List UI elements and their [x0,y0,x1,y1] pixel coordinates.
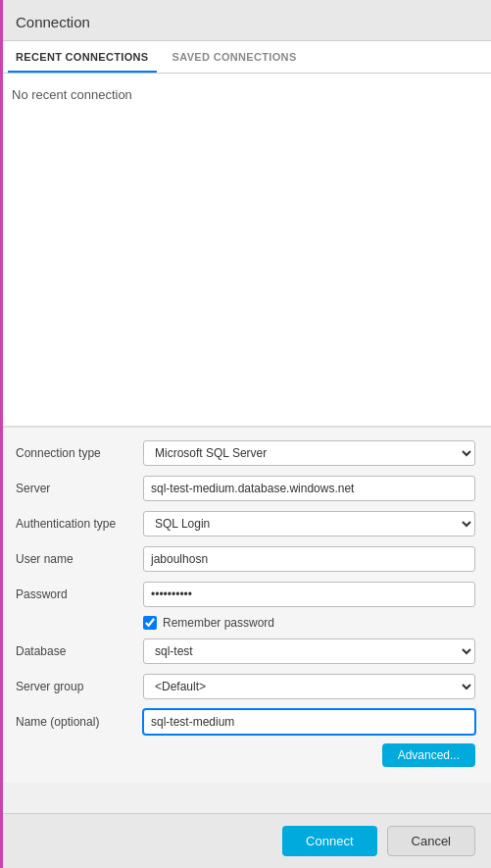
remember-password-checkbox[interactable] [143,616,157,630]
remember-password-label: Remember password [163,616,274,630]
server-input[interactable] [143,476,475,501]
auth-type-control: SQL Login Windows Authentication Azure A… [143,511,475,536]
left-accent [0,0,3,868]
password-label: Password [16,587,143,601]
password-control [143,582,475,607]
dialog-title: Connection [16,14,475,30]
server-group-select[interactable]: <Default> [143,674,475,699]
name-input[interactable] [143,709,475,735]
tab-recent-connections[interactable]: RECENT CONNECTIONS [8,41,157,73]
database-select[interactable]: sql-test <Default> [143,638,475,664]
name-row: Name (optional) [16,708,475,736]
cancel-button[interactable]: Cancel [387,826,475,856]
password-row: Password [16,581,475,608]
auth-type-select[interactable]: SQL Login Windows Authentication Azure A… [143,511,475,536]
server-group-label: Server group [16,680,143,693]
tabs-bar: RECENT CONNECTIONS SAVED CONNECTIONS [0,41,491,74]
connection-form: Connection type Microsoft SQL Server Pos… [0,427,491,783]
tab-saved-connections[interactable]: SAVED CONNECTIONS [165,41,305,73]
auth-type-row: Authentication type SQL Login Windows Au… [16,510,475,537]
connect-button[interactable]: Connect [282,826,376,856]
title-bar: Connection [0,0,491,41]
name-control [143,709,475,735]
remember-password-row: Remember password [143,616,475,630]
username-control [143,546,475,572]
server-control [143,476,475,501]
auth-type-label: Authentication type [16,517,143,531]
no-connection-message: No recent connection [12,85,479,104]
connection-type-control: Microsoft SQL Server PostgreSQL MySQL SQ… [143,440,475,466]
database-row: Database sql-test <Default> [16,638,475,665]
server-row: Server [16,475,475,502]
advanced-row: Advanced... [16,743,475,767]
advanced-button[interactable]: Advanced... [382,743,475,767]
username-row: User name [16,545,475,573]
server-group-row: Server group <Default> [16,673,475,700]
server-group-control: <Default> [143,674,475,699]
database-control: sql-test <Default> [143,638,475,664]
username-input[interactable] [143,546,475,572]
server-label: Server [16,482,143,495]
footer: Connect Cancel [0,813,491,868]
name-label: Name (optional) [16,715,143,729]
connections-area: No recent connection [0,74,491,427]
password-input[interactable] [143,582,475,607]
connection-type-row: Connection type Microsoft SQL Server Pos… [16,439,475,467]
connection-type-label: Connection type [16,446,143,460]
connection-type-select[interactable]: Microsoft SQL Server PostgreSQL MySQL SQ… [143,440,475,466]
username-label: User name [16,552,143,566]
database-label: Database [16,644,143,658]
